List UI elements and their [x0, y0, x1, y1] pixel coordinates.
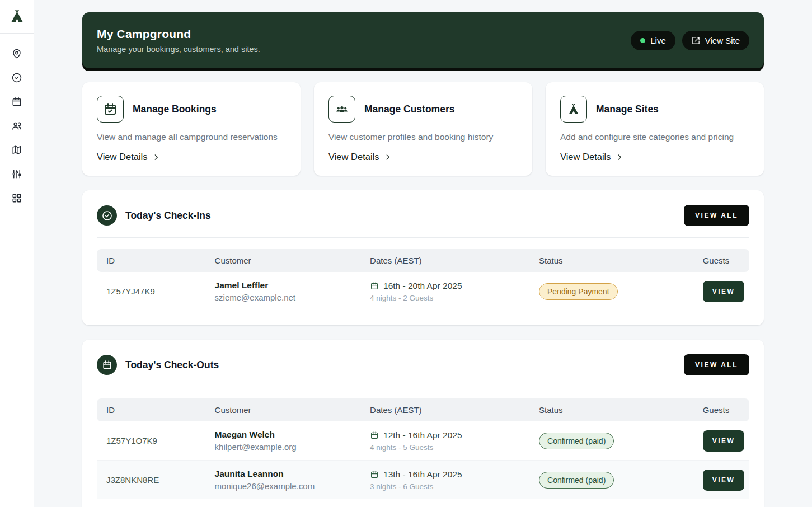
divider [97, 237, 749, 238]
check-circle-icon [102, 210, 112, 221]
map-icon [12, 145, 22, 155]
view-button[interactable]: VIEW [703, 470, 745, 491]
customer-email: khilpert@example.org [215, 442, 351, 452]
check-circle-icon [12, 73, 22, 83]
sidebar-item-bookings[interactable] [12, 97, 22, 107]
checkouts-panel: Today's Check-Outs VIEW ALL ID Customer … [82, 340, 764, 507]
users-icon [335, 102, 349, 116]
calendar-icon [102, 360, 112, 370]
stay-details: 3 nights - 6 Guests [370, 482, 520, 491]
status-badge: Confirmed (paid) [539, 433, 614, 449]
view-site-label: View Site [705, 36, 740, 45]
view-details-label: View Details [328, 152, 379, 162]
column-header-id: ID [97, 398, 205, 421]
live-label: Live [650, 36, 666, 45]
dates-text: 12th - 16th Apr 2025 [383, 430, 462, 440]
sidebar-item-customers[interactable] [12, 121, 22, 131]
table-header-row: ID Customer Dates (AEST) Status Guests [97, 249, 749, 272]
card-title: Manage Bookings [133, 104, 217, 115]
table-row: J3Z8NKN8RE Jaunita Leannon monique26@exa… [97, 461, 749, 500]
view-site-button[interactable]: View Site [682, 31, 749, 50]
column-header-customer: Customer [205, 249, 361, 272]
page-title: My Campground [97, 27, 260, 41]
manage-customers-card: Manage Customers View customer profiles … [314, 82, 532, 176]
stay-details: 4 nights - 2 Guests [370, 294, 520, 302]
view-details-label: View Details [560, 152, 611, 162]
chevron-right-icon [616, 153, 623, 161]
card-icon-box [97, 96, 124, 123]
column-header-dates: Dates (AEST) [360, 398, 529, 421]
customer-name: Jaunita Leannon [215, 469, 351, 479]
view-all-button[interactable]: VIEW ALL [684, 354, 749, 375]
card-title: Manage Sites [596, 104, 659, 115]
tent-icon [10, 9, 25, 24]
panel-icon-circle [97, 205, 117, 226]
column-header-status: Status [529, 398, 693, 421]
column-header-status: Status [529, 249, 693, 272]
chevron-right-icon [384, 153, 392, 161]
column-header-guests: Guests [693, 249, 749, 272]
table-header-row: ID Customer Dates (AEST) Status Guests [97, 398, 749, 421]
stay-details: 4 nights - 5 Guests [370, 443, 520, 452]
column-header-guests: Guests [693, 398, 749, 421]
card-title: Manage Customers [364, 104, 454, 115]
map-pin-icon [12, 49, 22, 59]
view-details-link[interactable]: View Details [560, 152, 623, 162]
card-description: View customer profiles and booking histo… [328, 132, 518, 142]
manage-bookings-card: Manage Bookings View and manage all camp… [82, 82, 301, 176]
view-details-link[interactable]: View Details [97, 152, 160, 162]
booking-id: J3Z8NKN8RE [97, 461, 205, 500]
view-details-link[interactable]: View Details [328, 152, 392, 162]
checkouts-table: ID Customer Dates (AEST) Status Guests 1… [97, 398, 749, 499]
sliders-icon [12, 169, 22, 179]
calendar-icon [12, 97, 22, 107]
table-row: 1Z57YJ47K9 Jamel Leffler szieme@example.… [97, 272, 749, 311]
sidebar-item-map[interactable] [12, 145, 22, 155]
column-header-customer: Customer [205, 398, 361, 421]
calendar-check-icon [104, 102, 117, 116]
page-subtitle: Manage your bookings, customers, and sit… [97, 45, 260, 54]
external-link-icon [692, 36, 700, 45]
column-header-id: ID [97, 249, 205, 272]
calendar-icon [370, 470, 379, 479]
chevron-right-icon [152, 153, 160, 161]
view-button[interactable]: VIEW [703, 430, 745, 452]
live-dot-icon [640, 38, 645, 43]
tent-icon [567, 102, 580, 116]
customer-name: Maegan Welch [215, 430, 351, 440]
app-logo[interactable] [0, 0, 34, 34]
view-all-button[interactable]: VIEW ALL [684, 205, 749, 226]
sidebar-item-dashboard[interactable] [12, 193, 22, 203]
main-content: My Campground Manage your bookings, cust… [34, 0, 812, 507]
booking-id: 1Z57YJ47K9 [97, 272, 205, 311]
checkins-table: ID Customer Dates (AEST) Status Guests 1… [97, 249, 749, 311]
view-button[interactable]: VIEW [703, 281, 745, 302]
sidebar [0, 0, 34, 507]
live-status-badge: Live [631, 31, 675, 50]
booking-id: 1Z57Y1O7K9 [97, 421, 205, 461]
customer-email: szieme@example.net [215, 293, 351, 302]
customer-name: Jamel Leffler [215, 280, 351, 290]
column-header-dates: Dates (AEST) [360, 249, 529, 272]
section-title: Today's Check-Ins [125, 210, 684, 222]
section-title: Today's Check-Outs [125, 359, 684, 371]
quick-action-cards: Manage Bookings View and manage all camp… [82, 82, 764, 176]
sidebar-item-settings[interactable] [12, 169, 22, 179]
view-details-label: View Details [97, 152, 147, 162]
status-badge: Confirmed (paid) [539, 472, 614, 489]
card-icon-box [560, 96, 587, 123]
card-description: Add and configure site categories and pr… [560, 132, 749, 142]
customer-email: monique26@example.com [215, 481, 351, 491]
card-icon-box [328, 96, 355, 123]
dates-text: 13th - 16th Apr 2025 [383, 470, 462, 480]
panel-icon-circle [97, 355, 117, 375]
status-badge: Pending Payment [539, 283, 618, 300]
sidebar-item-map-pin[interactable] [12, 49, 22, 59]
card-description: View and manage all campground reservati… [97, 132, 286, 142]
calendar-icon [370, 431, 379, 440]
divider [97, 387, 749, 387]
manage-sites-card: Manage Sites Add and configure site cate… [546, 82, 764, 176]
users-icon [12, 121, 22, 131]
sidebar-nav [0, 34, 34, 203]
sidebar-item-check-ins[interactable] [12, 73, 22, 83]
